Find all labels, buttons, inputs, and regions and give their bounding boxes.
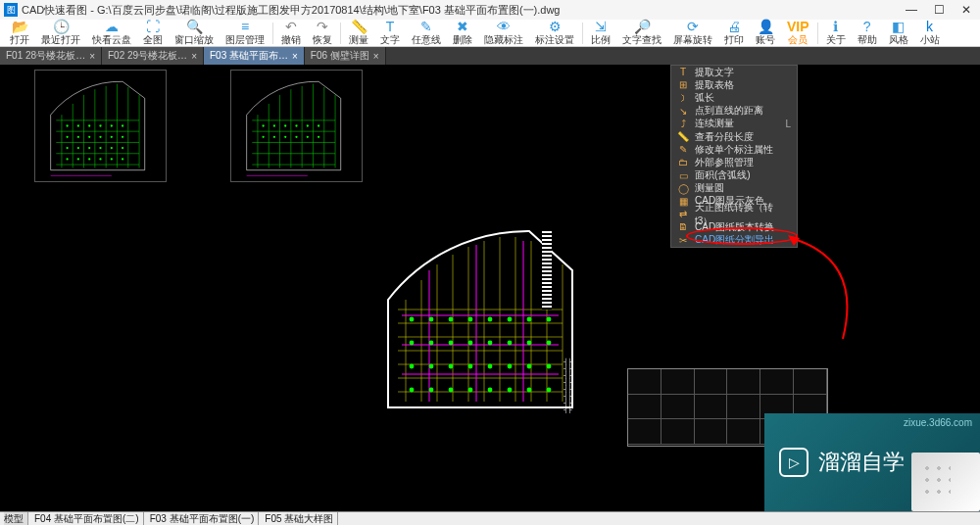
- window-controls: — ☐ ✕: [898, 0, 980, 20]
- toolbar-打开[interactable]: 📂打开: [4, 20, 35, 47]
- menu-item-icon: 📏: [677, 131, 689, 142]
- menu-item-label: 弧长: [695, 91, 791, 105]
- svg-point-35: [111, 158, 113, 160]
- svg-point-105: [429, 364, 434, 369]
- svg-point-25: [66, 147, 68, 149]
- toolbar-label: 打印: [724, 33, 744, 47]
- menu-item-label: 查看分段长度: [695, 130, 791, 144]
- menu-item-icon: ⤴: [677, 119, 689, 129]
- menu-item-label: 提取表格: [695, 78, 791, 92]
- document-tab[interactable]: F06 侧壁详图×: [305, 47, 386, 65]
- toolbar-测量[interactable]: 📏测量: [343, 20, 374, 47]
- toolbar-icon: ?: [863, 20, 871, 33]
- maximize-button[interactable]: ☐: [925, 0, 953, 20]
- menu-item-点到直线的距离[interactable]: ↘点到直线的距离: [671, 105, 797, 118]
- toolbar-账号[interactable]: 👤账号: [750, 20, 781, 47]
- toolbar-会员[interactable]: VIP会员: [781, 20, 815, 47]
- toolbar-最近打开[interactable]: 🕒最近打开: [35, 20, 86, 47]
- svg-point-107: [468, 364, 473, 369]
- svg-point-23: [111, 136, 113, 138]
- toolbar-label: 屏幕旋转: [673, 33, 712, 47]
- toolbar-label: 删除: [453, 33, 472, 47]
- svg-point-14: [77, 124, 79, 126]
- menu-item-修改单个标注属性[interactable]: ✎修改单个标注属性: [671, 143, 797, 156]
- minimize-button[interactable]: —: [898, 0, 925, 20]
- menu-item-测量圆[interactable]: ◯测量圆: [671, 182, 797, 195]
- close-button[interactable]: ✕: [953, 0, 980, 20]
- menu-item-外部参照管理[interactable]: 🗀外部参照管理: [671, 156, 797, 168]
- layout-tab[interactable]: F04 基础平面布置图(二): [34, 512, 144, 526]
- menu-item-连续测量[interactable]: ⤴连续测量L: [671, 118, 797, 130]
- toolbar-label: 最近打开: [41, 33, 80, 47]
- svg-point-99: [468, 341, 473, 346]
- layout-tab[interactable]: F03 基础平面布置图(一): [150, 512, 260, 526]
- tab-close-icon[interactable]: ×: [191, 51, 197, 62]
- toolbar-icon: k: [926, 20, 933, 33]
- toolbar-打印[interactable]: 🖨打印: [718, 20, 750, 47]
- layout-tab-model[interactable]: 模型: [4, 512, 28, 526]
- layout-tab[interactable]: F05 基础大样图: [265, 512, 338, 526]
- svg-point-26: [77, 147, 79, 149]
- menu-item-提取表格[interactable]: ⊞提取表格: [671, 78, 797, 91]
- menu-item-icon: 🗀: [677, 157, 689, 167]
- toolbar-文字查找[interactable]: 🔎文字查找: [616, 20, 667, 47]
- toolbar-任意线[interactable]: ✎任意线: [406, 20, 447, 47]
- menu-item-label: 测量圆: [695, 181, 791, 195]
- tab-close-icon[interactable]: ×: [292, 51, 298, 62]
- vip-dropdown-menu: T提取文字⊞提取表格⟯弧长↘点到直线的距离⤴连续测量L📏查看分段长度✎修改单个标…: [670, 65, 798, 248]
- toolbar-icon: ↷: [317, 20, 328, 33]
- toolbar-icon: 🕒: [53, 20, 70, 33]
- menu-item-提取文字[interactable]: T提取文字: [671, 66, 797, 78]
- toolbar-屏幕旋转[interactable]: ⟳屏幕旋转: [667, 20, 718, 47]
- toolbar-比例[interactable]: ⇲比例: [585, 20, 616, 47]
- menu-item-天正图纸转换（转t3）[interactable]: ⇄天正图纸转换（转t3）: [671, 208, 797, 220]
- svg-point-103: [547, 341, 552, 346]
- toolbar-separator: [582, 23, 583, 44]
- svg-point-34: [99, 158, 101, 160]
- svg-point-93: [508, 317, 513, 322]
- drawing-canvas[interactable]: ┤├┤├┤├┤├┤├┤├┤├┤├ T提取文字⊞提取表格⟯弧长↘点到直线的距离⤴连…: [0, 65, 980, 511]
- toolbar-icon: T: [386, 20, 395, 33]
- menu-item-查看分段长度[interactable]: 📏查看分段长度: [671, 130, 797, 143]
- toolbar-icon: ↶: [285, 20, 297, 33]
- toolbar-恢复[interactable]: ↷恢复: [307, 20, 338, 47]
- toolbar-label: 风格: [889, 33, 908, 47]
- document-tab[interactable]: F03 基础平面布…×: [204, 47, 305, 65]
- toolbar-icon: 🔎: [634, 20, 651, 33]
- toolbar-图层管理[interactable]: ≡图层管理: [220, 20, 270, 47]
- toolbar-文字[interactable]: T文字: [374, 20, 406, 47]
- toolbar-隐藏标注[interactable]: 👁隐藏标注: [478, 20, 529, 47]
- toolbar-label: 标注设置: [535, 33, 574, 47]
- toolbar-窗口缩放[interactable]: 🔍窗口缩放: [169, 20, 220, 47]
- document-tabs: F01 28号楼花板…×F02 29号楼花板…×F03 基础平面布…×F06 侧…: [0, 47, 980, 65]
- play-icon: ▷: [779, 448, 808, 477]
- svg-point-28: [99, 147, 101, 149]
- svg-point-100: [488, 341, 493, 346]
- menu-item-面积(含弧线)[interactable]: ▭面积(含弧线): [671, 169, 797, 182]
- svg-point-95: [547, 317, 552, 322]
- toolbar-小站[interactable]: k小站: [914, 20, 946, 47]
- document-tab[interactable]: F01 28号楼花板…×: [0, 47, 102, 65]
- toolbar-全图[interactable]: ⛶全图: [137, 20, 169, 47]
- toolbar-关于[interactable]: ℹ关于: [820, 20, 852, 47]
- menu-item-弧长[interactable]: ⟯弧长: [671, 91, 797, 104]
- toolbar-label: 帮助: [858, 33, 877, 47]
- toolbar-icon: ✎: [420, 20, 432, 33]
- toolbar-风格[interactable]: ◧风格: [883, 20, 914, 47]
- svg-point-110: [527, 364, 532, 369]
- svg-point-60: [295, 136, 297, 138]
- tab-close-icon[interactable]: ×: [89, 51, 95, 62]
- toolbar-撤销[interactable]: ↶撤销: [275, 20, 307, 47]
- tab-close-icon[interactable]: ×: [373, 51, 379, 62]
- document-tab[interactable]: F02 29号楼花板…×: [102, 47, 204, 65]
- svg-point-118: [527, 388, 532, 393]
- main-toolbar: 📂打开🕒最近打开☁快看云盘⛶全图🔍窗口缩放≡图层管理↶撤销↷恢复📏测量T文字✎任…: [0, 20, 980, 47]
- menu-item-icon: ◯: [677, 183, 689, 194]
- svg-point-115: [468, 388, 473, 393]
- toolbar-标注设置[interactable]: ⚙标注设置: [529, 20, 580, 47]
- toolbar-删除[interactable]: ✖删除: [447, 20, 478, 47]
- toolbar-快看云盘[interactable]: ☁快看云盘: [86, 20, 137, 47]
- toolbar-帮助[interactable]: ?帮助: [852, 20, 883, 47]
- toolbar-icon: ⟳: [687, 20, 699, 33]
- svg-point-109: [508, 364, 513, 369]
